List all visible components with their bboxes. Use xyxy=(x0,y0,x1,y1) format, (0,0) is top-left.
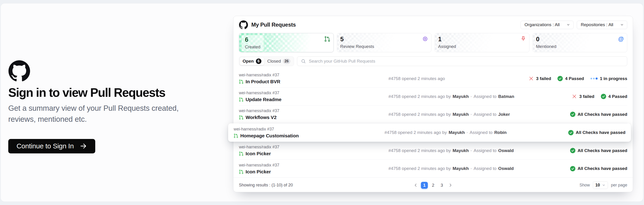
pr-checks: All Checks have passed xyxy=(570,148,628,153)
panel-footer: Showing results : (1-10) of 20 123 Show … xyxy=(234,178,633,193)
stat-label: Assigned xyxy=(438,44,456,49)
passed-icon xyxy=(570,112,576,117)
assigned-to-label: Assigned to xyxy=(474,94,496,99)
page-number-button[interactable]: 2 xyxy=(430,182,436,189)
panel-title: My Pull Requests xyxy=(251,21,296,28)
stat-chip: 6 Created xyxy=(242,35,264,52)
tab-count-badge: 26 xyxy=(283,58,290,64)
pr-assignee: Oswald xyxy=(498,148,514,153)
page-numbers: 123 xyxy=(421,182,445,189)
filter-label: Repositories : All xyxy=(581,22,613,27)
passed-icon xyxy=(568,130,574,135)
pagination: 123 xyxy=(412,182,454,189)
pr-repo: wei-harness/radix #37 xyxy=(234,127,384,132)
failed-icon xyxy=(528,76,534,81)
stat-card[interactable]: 5 Review Requests xyxy=(337,33,432,52)
assigned-to-label: Assigned to xyxy=(474,166,496,171)
code-review-icon xyxy=(422,36,428,42)
check-status-label: All Checks have passed xyxy=(576,130,626,135)
pull-request-list: wei-harness/radix #37 In Product BVR #47… xyxy=(239,70,627,178)
check-in-progress: 1 in progress xyxy=(590,76,627,81)
pr-checks: 3 failed 4 Passed 1 in progress xyxy=(528,76,627,81)
check-status-label: All Checks have passed xyxy=(578,148,628,153)
stat-label: Created xyxy=(245,44,260,49)
previous-page-button[interactable] xyxy=(412,182,419,189)
stat-card[interactable]: 1 Assigned xyxy=(435,33,530,52)
chevron-down-icon xyxy=(566,23,570,27)
git-pull-request-icon xyxy=(239,79,244,84)
git-pull-request-icon xyxy=(239,170,244,174)
check-passed: All Checks have passed xyxy=(570,148,628,153)
passed-icon xyxy=(570,148,576,153)
pull-request-row[interactable]: wei-harness/radix #37 Update Readme #475… xyxy=(239,88,627,105)
filter-dropdown[interactable]: Repositories : All xyxy=(577,21,627,29)
page-number-button[interactable]: 3 xyxy=(438,182,445,189)
pr-repo: wei-harness/radix #37 xyxy=(239,91,388,95)
stat-chip: 5 Review Requests xyxy=(340,36,374,49)
pr-title: Icon Picker xyxy=(246,169,271,175)
pr-main: wei-harness/radix #37 Icon Picker xyxy=(239,145,388,156)
pr-opened-text: #4758 opened 2 minutes ago by xyxy=(388,94,451,99)
check-status-label: 4 Passed xyxy=(565,76,584,81)
pr-assignee: Robin xyxy=(494,130,507,135)
pr-title: Workflows V2 xyxy=(246,115,276,120)
git-pull-request-icon xyxy=(234,133,238,138)
git-pull-request-icon xyxy=(324,36,330,42)
stat-card[interactable]: 0 Mentioned @ xyxy=(533,33,628,52)
pin-icon xyxy=(520,36,526,41)
check-status-label: 3 failed xyxy=(579,94,594,99)
dot-separator: • xyxy=(466,131,468,134)
passed-icon xyxy=(570,166,576,171)
passed-icon xyxy=(558,76,563,81)
pull-request-row[interactable]: wei-harness/radix #37 Icon Picker #4758 … xyxy=(239,160,627,178)
pull-request-row[interactable]: wei-harness/radix #37 Icon Picker #4758 … xyxy=(239,142,627,160)
dot-separator: • xyxy=(471,113,472,116)
continue-sign-in-button[interactable]: Continue to Sign In xyxy=(8,139,95,153)
arrow-right-icon xyxy=(80,142,87,150)
search-input[interactable] xyxy=(309,59,623,64)
chevron-down-icon xyxy=(602,184,606,187)
pr-checks: All Checks have passed xyxy=(568,130,626,135)
pr-author: Mayukh xyxy=(452,148,469,153)
per-page-select[interactable]: 10 xyxy=(593,181,608,189)
github-logo-icon xyxy=(239,20,248,29)
check-status-label: All Checks have passed xyxy=(578,112,628,117)
stat-card[interactable]: 6 Created xyxy=(239,33,334,52)
tab-label: Open xyxy=(242,59,254,64)
assigned-to-label: Assigned to xyxy=(474,112,496,117)
open-closed-tabs: Open 6 Closed 26 xyxy=(239,56,294,66)
pr-repo: wei-harness/radix #37 xyxy=(239,163,388,168)
dot-separator: • xyxy=(471,95,472,98)
next-page-button[interactable] xyxy=(447,182,454,189)
stat-chip: 1 Assigned xyxy=(438,36,456,49)
assigned-to-label: Assigned to xyxy=(474,148,496,153)
pr-assignee: Joker xyxy=(498,112,510,117)
check-passed: All Checks have passed xyxy=(570,112,628,117)
search-box[interactable] xyxy=(297,56,627,66)
results-summary: Showing results : (1-10) of 20 xyxy=(239,183,293,188)
stat-value: 1 xyxy=(438,36,456,43)
stat-cards: 6 Created 5 Review Requests 1 Assigned 0… xyxy=(239,33,627,52)
check-status-label: 3 failed xyxy=(536,76,551,81)
chevron-down-icon xyxy=(620,23,624,27)
assigned-to-label: Assigned to xyxy=(470,130,492,135)
pull-request-row[interactable]: wei-harness/radix #37 In Product BVR #47… xyxy=(239,70,627,88)
pull-request-row[interactable]: wei-harness/radix #37 Homepage Customisa… xyxy=(228,123,631,142)
git-pull-request-icon xyxy=(239,115,244,120)
page-number-button[interactable]: 1 xyxy=(421,182,428,189)
dot-separator: • xyxy=(471,149,472,153)
tab-open[interactable]: Open 6 xyxy=(240,57,264,65)
stat-value: 6 xyxy=(245,36,260,43)
tab-closed[interactable]: Closed 26 xyxy=(264,57,293,65)
pull-request-row[interactable]: wei-harness/radix #37 Workflows V2 #4758… xyxy=(239,105,627,123)
per-page-control: Show 10 per page xyxy=(580,181,627,189)
page-background: Sign in to view Pull Requests Get a summ… xyxy=(0,0,7,7)
passed-icon xyxy=(601,94,606,99)
pr-meta: #4758 opened 2 minutes ago by Mayukh • A… xyxy=(388,112,570,117)
pr-meta: #4758 opened 2 minutes ago by Mayukh • A… xyxy=(388,94,572,99)
filter-dropdown[interactable]: Organizations : All xyxy=(520,21,574,29)
mention-icon: @ xyxy=(618,36,624,42)
check-passed: All Checks have passed xyxy=(568,130,626,135)
pr-checks: All Checks have passed xyxy=(570,166,628,171)
check-passed: 4 Passed xyxy=(558,76,584,81)
